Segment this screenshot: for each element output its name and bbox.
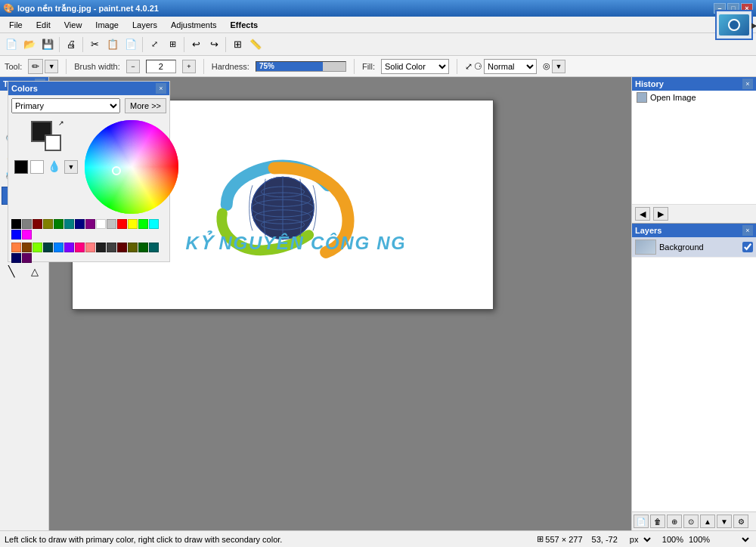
brush-width-label: Brush width: xyxy=(74,62,120,71)
image-tab[interactable]: ▶ xyxy=(715,10,753,40)
swatch-darkteal[interactable] xyxy=(43,243,53,252)
antialiasing-dropdown[interactable]: ▼ xyxy=(552,60,565,73)
menu-file[interactable]: File xyxy=(3,19,29,31)
ruler-button[interactable]: 📏 xyxy=(247,36,264,53)
color-wheel-canvas[interactable] xyxy=(82,118,181,216)
swatch-yellow[interactable] xyxy=(128,219,138,229)
move-layer-down-btn[interactable]: ▼ xyxy=(717,515,732,528)
swatch-violet[interactable] xyxy=(64,243,74,252)
swatch-hotpink[interactable] xyxy=(75,243,85,252)
swatch-white[interactable] xyxy=(96,219,106,229)
delete-layer-btn[interactable]: 🗑 xyxy=(650,515,665,528)
brush-width-decrease[interactable]: − xyxy=(126,60,140,73)
history-item[interactable]: Open Image xyxy=(632,91,756,104)
swatch-silver[interactable] xyxy=(107,219,116,229)
shapes-tool[interactable]: △ xyxy=(25,262,45,280)
unit-select[interactable]: px in cm xyxy=(627,533,653,546)
layers-panel-close[interactable]: × xyxy=(742,225,753,236)
brush-width-increase[interactable]: + xyxy=(182,60,196,73)
swatch-teal[interactable] xyxy=(64,219,74,229)
window-title: logo nền trắng.jpg - paint.net 4.0.21 xyxy=(17,4,159,14)
eyedropper-icon[interactable]: 💧 xyxy=(48,160,60,174)
line-tool[interactable]: ╲ xyxy=(2,262,21,280)
save-button[interactable]: 💾 xyxy=(39,36,56,53)
swatch-dark1[interactable] xyxy=(96,243,106,252)
move-layer-up-btn[interactable]: ▲ xyxy=(700,515,715,528)
tab-arrow[interactable]: ▶ xyxy=(751,20,756,29)
swatch-lime[interactable] xyxy=(138,219,148,229)
swatch-blue[interactable] xyxy=(11,230,21,240)
swatch-chartreuse[interactable] xyxy=(33,243,42,252)
options-sep-3 xyxy=(354,59,355,74)
swatch-dark2[interactable] xyxy=(107,243,116,252)
history-redo-btn[interactable]: ▶ xyxy=(653,207,668,221)
white-swatch[interactable] xyxy=(30,160,44,174)
secondary-color-square[interactable] xyxy=(45,134,61,151)
swatch-red[interactable] xyxy=(117,219,127,229)
copy-button[interactable]: 📋 xyxy=(104,36,121,53)
swatch-skyblue[interactable] xyxy=(54,243,64,252)
main-toolbar: 📄 📂 💾 🖨 ✂ 📋 📄 ⤢ ⊞ ↩ ↪ ⊞ 📏 xyxy=(0,33,756,56)
merge-layer-btn[interactable]: ⊙ xyxy=(683,515,699,528)
swatch-dark7[interactable] xyxy=(11,253,21,263)
history-panel-close[interactable]: × xyxy=(742,79,753,89)
swatch-green[interactable] xyxy=(54,219,64,229)
layer-item[interactable]: Background xyxy=(632,237,756,258)
swatch-olive[interactable] xyxy=(43,219,53,229)
fill-select[interactable]: Solid Color No Blending Overwrite xyxy=(381,59,449,74)
black-swatch[interactable] xyxy=(14,160,28,174)
menu-edit[interactable]: Edit xyxy=(30,19,57,31)
swatch-fuchsia[interactable] xyxy=(22,230,32,240)
color-wheel-wrap[interactable] xyxy=(82,118,181,216)
swatch-purple[interactable] xyxy=(85,219,95,229)
add-layer-btn[interactable]: 📄 xyxy=(634,515,649,528)
redo-button[interactable]: ↪ xyxy=(206,36,222,53)
hardness-slider[interactable]: 75% xyxy=(256,61,346,72)
current-tool-icon[interactable]: ✏ xyxy=(28,59,43,74)
menu-view[interactable]: View xyxy=(58,19,88,31)
swatch-dark3[interactable] xyxy=(117,243,127,252)
duplicate-layer-btn[interactable]: ⊕ xyxy=(667,515,682,528)
colors-panel-close[interactable]: × xyxy=(156,83,166,94)
color-mode-dropdown[interactable]: ▼ xyxy=(64,160,78,174)
swatch-navy[interactable] xyxy=(75,219,85,229)
zoom-select[interactable]: 100% 50% 200% Fit to Window xyxy=(686,533,751,546)
new-button[interactable]: 📄 xyxy=(3,36,20,53)
grid-button[interactable]: ⊞ xyxy=(229,36,246,53)
history-undo-btn[interactable]: ◀ xyxy=(635,207,650,221)
layers-toolbar: 📄 🗑 ⊕ ⊙ ▲ ▼ ⚙ xyxy=(632,511,756,530)
swatch-aqua[interactable] xyxy=(149,219,159,229)
more-colors-btn[interactable]: More >> xyxy=(125,98,166,113)
open-button[interactable]: 📂 xyxy=(21,36,38,53)
swatch-orange[interactable] xyxy=(11,243,21,252)
size-icon: ⊞ xyxy=(537,534,544,544)
blend-select[interactable]: Normal Multiply Screen xyxy=(484,59,537,74)
cut-button[interactable]: ✂ xyxy=(86,36,103,53)
coords-value: 53, -72 xyxy=(592,535,618,544)
undo-button[interactable]: ↩ xyxy=(187,36,204,53)
menu-effects[interactable]: Effects xyxy=(225,19,265,31)
menu-image[interactable]: Image xyxy=(89,19,125,31)
status-hint: Left click to draw with primary color, r… xyxy=(5,535,528,544)
swatch-dark5[interactable] xyxy=(138,243,148,252)
swatch-dark8[interactable] xyxy=(22,253,32,263)
menu-adjustments[interactable]: Adjustments xyxy=(165,19,223,31)
swatch-maroon[interactable] xyxy=(33,219,42,229)
layer-properties-btn[interactable]: ⚙ xyxy=(733,515,748,528)
swatch-brown[interactable] xyxy=(22,243,32,252)
color-mode-select[interactable]: Primary Secondary xyxy=(11,98,120,113)
swatch-gray[interactable] xyxy=(22,219,32,229)
paste-button[interactable]: 📄 xyxy=(122,36,139,53)
resize-button[interactable]: ⊞ xyxy=(164,36,181,53)
print-button[interactable]: 🖨 xyxy=(63,36,79,53)
swatch-dark4[interactable] xyxy=(128,243,138,252)
menu-layers[interactable]: Layers xyxy=(126,19,163,31)
swap-colors-icon[interactable]: ↗ xyxy=(58,119,64,127)
tool-dropdown-btn[interactable]: ▼ xyxy=(45,60,58,73)
swatch-lightpink[interactable] xyxy=(85,243,95,252)
swatch-black[interactable] xyxy=(11,219,21,229)
layer-visibility-checkbox[interactable] xyxy=(742,242,753,252)
swatch-dark6[interactable] xyxy=(149,243,159,252)
brush-width-input[interactable] xyxy=(146,60,176,73)
crop-button[interactable]: ⤢ xyxy=(146,36,163,53)
